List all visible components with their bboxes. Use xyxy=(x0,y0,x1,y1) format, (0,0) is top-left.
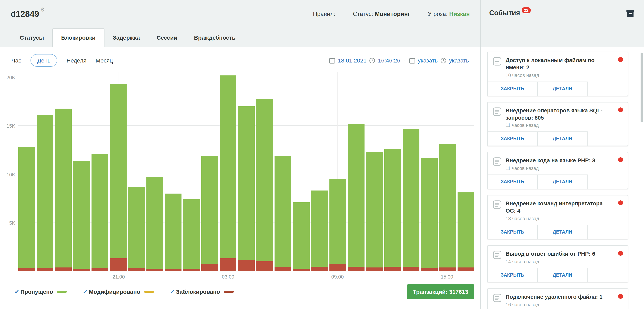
legend-item-3[interactable]: ✔Заблокировано xyxy=(170,288,234,295)
period-option-3[interactable]: Неделя xyxy=(66,54,86,66)
bar-segment xyxy=(55,268,72,271)
bar-segment xyxy=(274,267,291,271)
x-tick-label: 09:00 xyxy=(331,274,344,280)
legend-row: ✔Пропущено✔Модифицировано✔Заблокировано … xyxy=(12,284,474,299)
chart-bar[interactable] xyxy=(201,72,218,271)
event-close-button[interactable]: ЗАКРЫТЬ xyxy=(488,132,538,146)
chart-bar[interactable] xyxy=(18,72,35,271)
rules-label: Правил: xyxy=(313,11,335,17)
bars xyxy=(18,72,474,271)
chart-bar[interactable] xyxy=(92,72,108,271)
calendar-icon[interactable] xyxy=(329,57,335,64)
log-icon xyxy=(493,293,502,303)
bar-segment xyxy=(348,267,364,271)
legend-item-1[interactable]: ✔Пропущено xyxy=(14,288,67,295)
controls-row: ЧасДеньНеделяМесяц 18.01.2021 16:46:26 -… xyxy=(12,53,469,67)
bar-segment xyxy=(330,179,346,264)
tab-5[interactable]: Враждебность xyxy=(186,28,244,47)
bar-segment xyxy=(201,156,218,264)
legend-item-2[interactable]: ✔Модифицировано xyxy=(83,288,154,295)
chart-bar[interactable] xyxy=(256,72,273,271)
event-details-button[interactable]: ДЕТАЛИ xyxy=(538,81,588,95)
range-separator: - xyxy=(404,57,406,63)
chart-bar[interactable] xyxy=(330,72,346,271)
log-icon xyxy=(493,250,502,260)
date-to-link[interactable]: указать xyxy=(418,57,438,63)
bar-segment xyxy=(18,147,35,268)
clock-icon[interactable] xyxy=(369,57,376,64)
chart-bar[interactable] xyxy=(458,72,474,271)
chart-bar[interactable] xyxy=(146,72,163,271)
event-close-button[interactable]: ЗАКРЫТЬ xyxy=(488,268,538,282)
archive-icon[interactable] xyxy=(626,10,634,19)
app-root: d12849 ⚙ Правил: Статус: Мониторинг Угро… xyxy=(0,0,644,309)
event-actions: ЗАКРЫТЬДЕТАЛИ xyxy=(488,175,628,189)
status-value: Мониторинг xyxy=(375,11,410,17)
bar-segment xyxy=(165,269,182,271)
period-option-2[interactable]: День xyxy=(30,54,58,66)
status-group: Правил: Статус: Мониторинг Угроза: Низка… xyxy=(313,11,470,17)
bar-segment xyxy=(110,258,126,271)
legend-color-swatch xyxy=(144,291,154,293)
event-time: 16 часов назад xyxy=(506,302,613,307)
event-details-button[interactable]: ДЕТАЛИ xyxy=(538,268,588,282)
x-tick-label: 21:00 xyxy=(112,274,125,280)
legend-label: Модифицировано xyxy=(89,289,140,295)
device-name[interactable]: d12849 ⚙ xyxy=(11,9,44,19)
chart-bar[interactable] xyxy=(55,72,72,271)
y-tick-label: 15K xyxy=(3,123,15,129)
events-title: События xyxy=(489,9,520,17)
event-details-button[interactable]: ДЕТАЛИ xyxy=(538,225,588,239)
tab-2[interactable]: Блокировки xyxy=(52,28,104,47)
event-time: 11 часов назад xyxy=(506,123,623,128)
chart-bar[interactable] xyxy=(36,72,54,271)
event-close-button[interactable]: ЗАКРЫТЬ xyxy=(488,81,538,95)
chart-bar[interactable] xyxy=(220,72,236,271)
event-details-button[interactable]: ДЕТАЛИ xyxy=(538,175,588,189)
period-option-4[interactable]: Месяц xyxy=(96,54,113,66)
scrollbar-thumb[interactable] xyxy=(640,52,643,122)
event-text: Подключение удаленного файла: 116 часов … xyxy=(506,293,613,308)
transactions-button[interactable]: Транзакций: 317613 xyxy=(407,284,474,299)
chart-bar[interactable] xyxy=(403,72,420,271)
time-from-link[interactable]: 16:46:26 xyxy=(378,57,400,63)
chart-bar[interactable] xyxy=(293,72,310,271)
tab-3[interactable]: Задержка xyxy=(104,28,148,47)
date-from-link[interactable]: 18.01.2021 xyxy=(338,57,366,63)
chart-bar[interactable] xyxy=(439,72,456,271)
plot-area xyxy=(18,72,474,271)
chart-bar[interactable] xyxy=(128,72,145,271)
calendar-icon[interactable] xyxy=(409,57,415,64)
chart-bar[interactable] xyxy=(366,72,383,271)
event-text: Внедрение кода на языке PHP: 311 часов н… xyxy=(506,157,606,171)
clock-icon[interactable] xyxy=(440,57,446,64)
chart-bar[interactable] xyxy=(384,72,401,271)
bar-segment xyxy=(384,149,401,267)
event-close-button[interactable]: ЗАКРЫТЬ xyxy=(488,225,538,239)
chart-bar[interactable] xyxy=(73,72,90,271)
chart-bar[interactable] xyxy=(311,72,328,271)
period-option-1[interactable]: Час xyxy=(12,54,21,66)
tab-4[interactable]: Сессии xyxy=(148,28,186,47)
chart-bar[interactable] xyxy=(183,72,200,271)
chart-bar[interactable] xyxy=(421,72,438,271)
chart-bar[interactable] xyxy=(165,72,182,271)
tab-1[interactable]: Статусы xyxy=(12,28,52,47)
checkbox-checked-icon[interactable]: ✔ xyxy=(83,288,88,295)
severity-dot xyxy=(618,107,623,112)
checkbox-checked-icon[interactable]: ✔ xyxy=(14,288,19,295)
checkbox-checked-icon[interactable]: ✔ xyxy=(170,288,175,295)
event-close-button[interactable]: ЗАКРЫТЬ xyxy=(488,175,538,189)
time-to-link[interactable]: указать xyxy=(449,57,469,63)
chart-bar[interactable] xyxy=(348,72,364,271)
events-count-badge: 22 xyxy=(522,7,531,13)
gear-icon[interactable]: ⚙ xyxy=(40,6,45,12)
bar-segment xyxy=(238,260,255,271)
bar-segment xyxy=(311,267,328,271)
event-time: 10 часов назад xyxy=(506,73,623,78)
chart-bar[interactable] xyxy=(110,72,126,271)
event-details-button[interactable]: ДЕТАЛИ xyxy=(538,132,588,146)
chart-bar[interactable] xyxy=(274,72,291,271)
chart-bar[interactable] xyxy=(238,72,255,271)
x-tick-label: 03:00 xyxy=(222,274,234,280)
